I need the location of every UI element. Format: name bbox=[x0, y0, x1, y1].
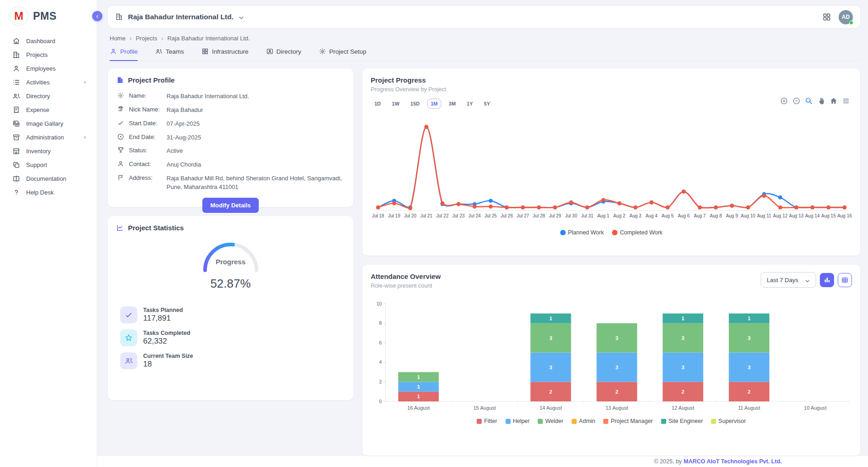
svg-text:1: 1 bbox=[417, 374, 420, 380]
profile-field-contact: Contact:Anuj Chordia bbox=[116, 160, 345, 169]
check-icon bbox=[117, 119, 124, 127]
trophy-icon bbox=[117, 146, 124, 154]
stat-tasks-planned: Tasks Planned117,891 bbox=[120, 306, 345, 323]
app-logo[interactable]: M PMS bbox=[0, 0, 97, 34]
sidebar-nav: DashboardProjectsEmployeesActivities›Dir… bbox=[0, 34, 97, 199]
svg-text:Aug 10: Aug 10 bbox=[741, 213, 756, 218]
svg-text:2: 2 bbox=[549, 389, 552, 395]
legend-swatch bbox=[572, 419, 577, 424]
svg-text:Aug 14: Aug 14 bbox=[805, 213, 820, 218]
stat-current-team-size: Current Team Size18 bbox=[120, 352, 345, 369]
content-grid: Project Profile Name:Raja Bahadur Intern… bbox=[108, 68, 860, 456]
svg-text:Jul 23: Jul 23 bbox=[452, 213, 465, 218]
field-value: 07-Apr-2025 bbox=[167, 119, 345, 128]
menu-icon[interactable] bbox=[842, 97, 850, 105]
tab-teams[interactable]: Teams bbox=[155, 48, 184, 61]
sidebar-item-projects[interactable]: Projects bbox=[0, 48, 97, 61]
svg-text:14 August: 14 August bbox=[540, 405, 562, 411]
range-button-15d[interactable]: 15D bbox=[407, 99, 423, 109]
legend-swatch bbox=[661, 419, 666, 424]
pan-icon[interactable] bbox=[817, 97, 825, 105]
contact-card-icon bbox=[266, 48, 273, 55]
tab-infrastructure[interactable]: Infrastructure bbox=[201, 48, 249, 61]
breadcrumb-item-projects[interactable]: Projects bbox=[136, 35, 157, 42]
sidebar-item-support[interactable]: Support bbox=[0, 158, 97, 172]
bar-chart-icon bbox=[823, 276, 831, 284]
range-button-1d[interactable]: 1D bbox=[371, 99, 384, 109]
sidebar-item-inventory[interactable]: Inventory bbox=[0, 144, 97, 158]
zoom-out-icon[interactable] bbox=[792, 97, 801, 105]
chart-toolbar bbox=[780, 97, 850, 105]
range-button-5y[interactable]: 5Y bbox=[480, 99, 494, 109]
sidebar-item-label: Dashboard bbox=[26, 38, 90, 44]
tabs: ProfileTeamsInfrastructureDirectoryProje… bbox=[108, 48, 860, 61]
legend-item-welder[interactable]: Welder bbox=[538, 418, 563, 424]
tab-directory[interactable]: Directory bbox=[266, 48, 301, 61]
table-view-toggle-button[interactable] bbox=[838, 273, 852, 287]
svg-text:Jul 18: Jul 18 bbox=[372, 213, 384, 218]
sidebar-item-image-gallary[interactable]: Image Gallary bbox=[0, 117, 97, 130]
breadcrumb-separator: › bbox=[130, 35, 132, 42]
footer-company-link[interactable]: MARCO AIoT Technologies Pvt. Ltd. bbox=[684, 458, 782, 465]
legend-swatch bbox=[538, 419, 543, 424]
svg-text:8: 8 bbox=[379, 320, 382, 326]
app-name: PMS bbox=[33, 10, 56, 22]
svg-text:3: 3 bbox=[748, 335, 751, 341]
left-column: Project Profile Name:Raja Bahadur Intern… bbox=[108, 68, 353, 456]
line-chart-area[interactable]: Jul 18Jul 19Jul 20Jul 21Jul 22Jul 23Jul … bbox=[371, 122, 852, 226]
breadcrumb-item-home[interactable]: Home bbox=[110, 35, 126, 42]
project-selector[interactable]: Raja Bahadur International Ltd. bbox=[115, 13, 245, 21]
person-icon bbox=[117, 160, 124, 167]
legend-item-planned-work[interactable]: Planned Work bbox=[560, 229, 604, 236]
range-button-1m[interactable]: 1M bbox=[427, 99, 441, 109]
star-icon bbox=[120, 329, 137, 346]
profile-fields: Name:Raja Bahadur International Ltd.Nick… bbox=[116, 91, 345, 192]
range-button-1w[interactable]: 1W bbox=[388, 99, 403, 109]
svg-text:Jul 31: Jul 31 bbox=[581, 213, 594, 218]
legend-item-supervisor[interactable]: Supervisor bbox=[711, 418, 746, 424]
sidebar-item-administration[interactable]: Administration› bbox=[0, 130, 97, 144]
chart-view-toggle-button[interactable] bbox=[820, 273, 834, 287]
zoom-in-icon[interactable] bbox=[780, 97, 788, 105]
sidebar-item-directory[interactable]: Directory bbox=[0, 89, 97, 103]
legend-item-fitter[interactable]: Fitter bbox=[477, 418, 497, 424]
tab-project-setup[interactable]: Project Setup bbox=[319, 48, 367, 61]
bar-chart-svg: 024681011116 August15 August233114 Augus… bbox=[371, 299, 852, 414]
sidebar-item-label: Employees bbox=[26, 65, 90, 72]
svg-text:2: 2 bbox=[615, 389, 618, 395]
svg-text:3: 3 bbox=[682, 335, 684, 341]
progress-gauge: Progress bbox=[199, 239, 263, 276]
gauge-arc bbox=[199, 239, 263, 274]
tab-profile[interactable]: Profile bbox=[110, 48, 138, 61]
sidebar-item-help-desk[interactable]: Help Desk bbox=[0, 185, 97, 199]
legend-item-admin[interactable]: Admin bbox=[572, 418, 595, 424]
legend-item-site-engineer[interactable]: Site Engineer bbox=[661, 418, 703, 424]
sidebar-collapse-button[interactable]: ‹ bbox=[92, 11, 102, 21]
sidebar-item-dashboard[interactable]: Dashboard bbox=[0, 34, 97, 48]
legend-item-helper[interactable]: Helper bbox=[506, 418, 530, 424]
modify-details-button[interactable]: Modify Details bbox=[202, 198, 258, 213]
store-icon bbox=[12, 147, 20, 155]
sidebar-item-documentation[interactable]: Documentation bbox=[0, 172, 97, 185]
field-label: Address: bbox=[129, 173, 167, 181]
sidebar-item-expense[interactable]: Expense bbox=[0, 103, 97, 117]
days-filter-select[interactable]: Last 7 Days bbox=[761, 272, 816, 288]
home-reset-icon[interactable] bbox=[829, 97, 838, 105]
project-selector-title: Raja Bahadur International Ltd. bbox=[128, 13, 234, 21]
apps-grid-icon[interactable] bbox=[822, 12, 831, 22]
gear-icon bbox=[117, 92, 124, 99]
range-button-3m[interactable]: 3M bbox=[445, 99, 459, 109]
range-button-1y[interactable]: 1Y bbox=[463, 99, 476, 109]
legend-item-project-manager[interactable]: Project Manager bbox=[603, 418, 653, 424]
user-avatar[interactable]: AD bbox=[839, 10, 853, 24]
legend-item-completed-work[interactable]: Completed Work bbox=[612, 229, 662, 236]
svg-text:Aug 4: Aug 4 bbox=[645, 213, 658, 218]
field-value: Active bbox=[167, 146, 345, 156]
field-label: Status: bbox=[129, 146, 167, 154]
selection-zoom-icon[interactable] bbox=[805, 97, 813, 105]
building-icon bbox=[116, 76, 124, 84]
bar-chart-area[interactable]: 024681011116 August15 August233114 Augus… bbox=[371, 299, 852, 416]
sidebar-item-employees[interactable]: Employees bbox=[0, 61, 97, 75]
legend-swatch bbox=[711, 419, 716, 424]
sidebar-item-activities[interactable]: Activities› bbox=[0, 75, 97, 89]
